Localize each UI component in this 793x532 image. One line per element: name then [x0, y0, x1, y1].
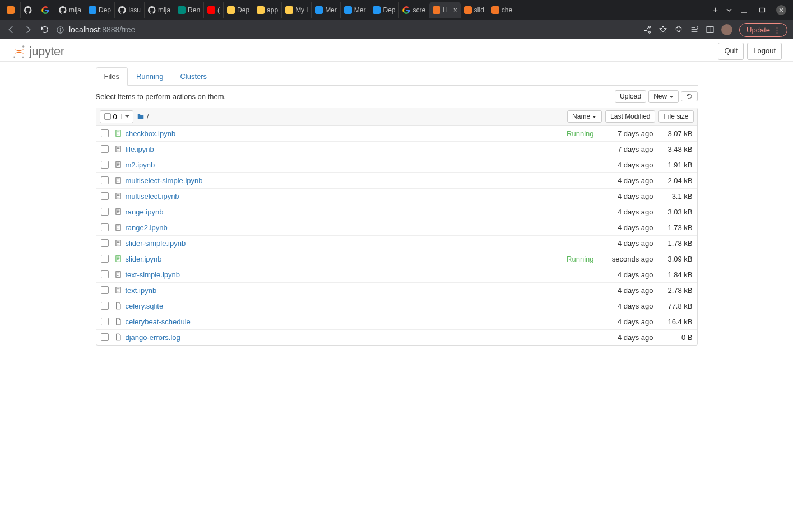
browser-tab[interactable]: Dep: [85, 2, 115, 18]
sort-size-button[interactable]: File size: [658, 110, 693, 123]
profile-avatar[interactable]: [721, 24, 732, 35]
tab-label: Dep: [237, 6, 249, 14]
notebook-icon: [114, 208, 122, 216]
file-name-link[interactable]: range.ipynb: [126, 208, 164, 216]
selection-hint: Select items to perform actions on them.: [96, 92, 226, 101]
row-checkbox[interactable]: [101, 302, 109, 310]
browser-tab[interactable]: Mer: [312, 2, 341, 18]
browser-tab[interactable]: scre: [399, 2, 429, 18]
close-tab-icon[interactable]: ×: [453, 6, 457, 14]
forward-button[interactable]: [22, 24, 34, 35]
tab-label: Ren: [188, 6, 200, 14]
file-size: 2.04 kB: [658, 176, 693, 185]
browser-tab[interactable]: [38, 2, 55, 18]
file-name-link[interactable]: m2.ipynb: [126, 161, 155, 169]
breadcrumb-root[interactable]: /: [147, 113, 149, 121]
row-checkbox[interactable]: [101, 223, 109, 231]
side-panel-icon[interactable]: [706, 25, 715, 34]
tab-label: (: [217, 6, 220, 14]
browser-tab[interactable]: slid: [461, 2, 488, 18]
file-modified: 7 days ago: [600, 129, 658, 138]
browser-tab[interactable]: [21, 2, 38, 18]
browser-tab[interactable]: mlja: [145, 2, 174, 18]
row-checkbox[interactable]: [101, 145, 109, 153]
jupyter-logo-icon: [11, 44, 27, 59]
file-name-link[interactable]: slider-simple.ipynb: [126, 239, 186, 248]
reading-list-icon[interactable]: [690, 25, 699, 34]
row-checkbox[interactable]: [101, 239, 109, 247]
share-icon[interactable]: [643, 25, 652, 34]
window-maximize-button[interactable]: [758, 6, 766, 14]
file-size: 3.07 kB: [658, 129, 693, 138]
bookmark-icon[interactable]: [658, 25, 667, 34]
back-button[interactable]: [6, 24, 17, 35]
file-name-link[interactable]: checkbox.ipynb: [126, 129, 176, 138]
sort-modified-button[interactable]: Last Modified: [605, 110, 655, 123]
browser-tab[interactable]: Issu: [115, 2, 145, 18]
file-name-link[interactable]: file.ipynb: [126, 145, 154, 153]
quit-button[interactable]: Quit: [718, 43, 744, 59]
logout-button[interactable]: Logout: [747, 43, 782, 59]
browser-tab[interactable]: che: [488, 2, 516, 18]
favicon-icon: [491, 6, 499, 14]
browser-tab[interactable]: Dep: [369, 2, 399, 18]
row-checkbox[interactable]: [101, 129, 109, 137]
file-name-link[interactable]: text-simple.ipynb: [126, 270, 180, 279]
new-dropdown-button[interactable]: New: [648, 90, 678, 103]
row-checkbox[interactable]: [101, 318, 109, 325]
sort-name-button[interactable]: Name: [567, 110, 602, 123]
select-all-checkbox[interactable]: [104, 113, 111, 120]
browser-tab[interactable]: mlja: [55, 2, 85, 18]
file-name-link[interactable]: multiselect.ipynb: [126, 192, 179, 200]
file-row: file.ipynb 7 days ago 3.48 kB: [96, 141, 697, 157]
row-checkbox[interactable]: [101, 270, 109, 278]
file-name-link[interactable]: text.ipynb: [126, 286, 157, 295]
arrow-down-icon: [592, 114, 597, 119]
update-button[interactable]: Update ⋮: [739, 23, 787, 37]
site-info-icon[interactable]: [56, 26, 64, 34]
browser-tab[interactable]: Ren: [174, 2, 204, 18]
select-dropdown[interactable]: [121, 114, 133, 119]
window-close-button[interactable]: [776, 5, 786, 15]
file-name-link[interactable]: range2.ipynb: [126, 223, 168, 232]
favicon-icon: [207, 6, 215, 14]
reload-button[interactable]: [39, 24, 50, 35]
browser-tab[interactable]: Mer: [341, 2, 370, 18]
folder-icon[interactable]: [137, 113, 145, 120]
extensions-icon[interactable]: [674, 25, 683, 34]
tab-label: Mer: [354, 6, 366, 14]
select-all-group[interactable]: 0: [100, 110, 133, 123]
row-checkbox[interactable]: [101, 208, 109, 216]
browser-tab[interactable]: (: [204, 2, 224, 18]
jupyter-logo[interactable]: jupyter: [11, 44, 64, 59]
file-name-link[interactable]: celerybeat-schedule: [126, 318, 191, 326]
refresh-button[interactable]: [681, 91, 698, 101]
browser-tab[interactable]: [3, 2, 21, 18]
row-checkbox[interactable]: [101, 286, 109, 294]
tab-files[interactable]: Files: [96, 67, 128, 86]
browser-tab[interactable]: Dep: [224, 2, 253, 18]
file-name-link[interactable]: django-errors.log: [126, 333, 180, 342]
tab-dropdown-button[interactable]: [726, 7, 732, 13]
file-row: celery.sqlite 4 days ago 77.8 kB: [96, 298, 697, 314]
file-name-link[interactable]: slider.ipynb: [126, 255, 162, 263]
row-checkbox[interactable]: [101, 176, 109, 184]
file-name-link[interactable]: celery.sqlite: [126, 302, 164, 310]
browser-tab[interactable]: app: [253, 2, 282, 18]
row-checkbox[interactable]: [101, 192, 109, 200]
notebook-icon: [114, 255, 122, 263]
jupyter-header: jupyter Quit Logout: [0, 39, 793, 62]
browser-tab[interactable]: My l: [282, 2, 312, 18]
row-checkbox[interactable]: [101, 255, 109, 263]
new-tab-button[interactable]: +: [713, 5, 718, 15]
browser-tab-strip: mljaDepIssumljaRen(DepappMy lMerMerDepsc…: [0, 0, 793, 20]
file-name-link[interactable]: multiselect-simple.ipynb: [126, 176, 203, 185]
tab-running[interactable]: Running: [128, 67, 171, 86]
tab-clusters[interactable]: Clusters: [171, 67, 215, 86]
row-checkbox[interactable]: [101, 161, 109, 169]
browser-tab[interactable]: H×: [429, 2, 461, 18]
upload-button[interactable]: Upload: [615, 90, 646, 103]
url-input[interactable]: localhost:8888/tree: [56, 25, 637, 34]
row-checkbox[interactable]: [101, 333, 109, 341]
window-minimize-button[interactable]: [740, 6, 748, 14]
